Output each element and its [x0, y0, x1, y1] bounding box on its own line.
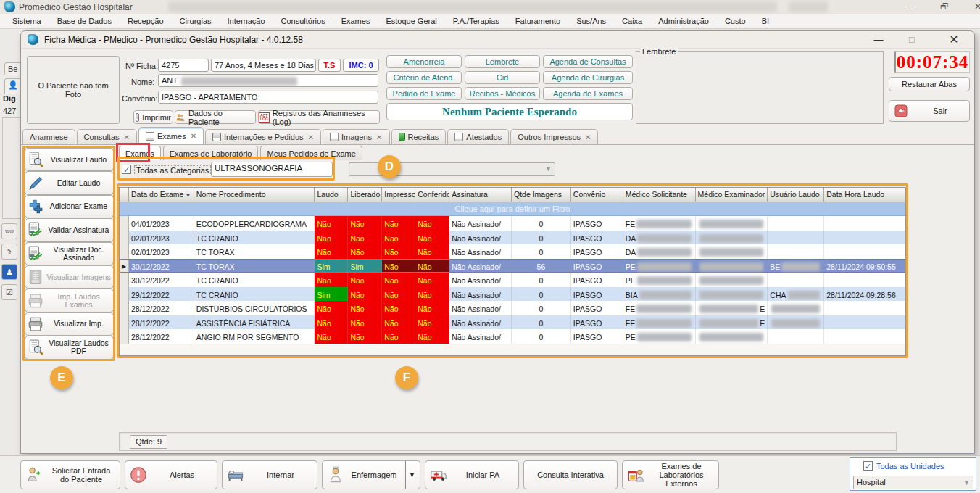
- convenio-field[interactable]: IPASGO - APARTAMENTO: [158, 91, 378, 104]
- nome-field[interactable]: ANT: [158, 74, 378, 87]
- bottom-button-solicitar-entrada-do-paciente[interactable]: Solicitar Entrada do Paciente: [20, 460, 120, 489]
- menu-item-cirurgias[interactable]: Cirurgias: [172, 14, 220, 28]
- dropdown-arrow[interactable]: ▼: [405, 461, 415, 489]
- background-tab-icon[interactable]: 👤: [4, 78, 22, 94]
- menu-item-bi[interactable]: BI: [754, 14, 777, 28]
- menu-item-estoque-geral[interactable]: Estoque Geral: [378, 14, 444, 28]
- sidebar-button-validar-assinatura[interactable]: Validar Assinatura: [25, 218, 114, 241]
- bottom-button-alertas[interactable]: Alertas: [125, 460, 217, 489]
- close-icon[interactable]: ✕: [585, 133, 591, 141]
- menu-item-administra-o[interactable]: Administração: [650, 14, 717, 28]
- table-row[interactable]: 28/12/2022ANGIO RM POR SEGMENTONãoNãoNão…: [120, 329, 905, 344]
- todas-unidades-checkbox[interactable]: [863, 461, 873, 471]
- tab-receitas[interactable]: Receitas: [391, 129, 447, 144]
- tab-anamnese[interactable]: Anamnese: [22, 129, 75, 144]
- tab-outros-impressos[interactable]: Outros Impressos✕: [510, 129, 598, 144]
- close-icon[interactable]: ✕: [308, 133, 314, 141]
- sidebar-button-visualizar-doc-assinado[interactable]: Visualizar Doc. Assinado: [25, 242, 114, 265]
- grid-header-m-dico-solicitante[interactable]: Médico Solicitante: [623, 188, 696, 202]
- close-icon[interactable]: ✕: [191, 132, 196, 140]
- tab-imagens[interactable]: Imagens✕: [323, 129, 390, 144]
- dados-paciente-button[interactable]: Dados do Paciente: [175, 110, 256, 124]
- tab-exames[interactable]: Exames✕: [138, 127, 204, 144]
- menu-item-base-de-dados[interactable]: Base de Dados: [49, 14, 120, 28]
- quick-button-lembrete[interactable]: Lembrete: [465, 55, 540, 68]
- bottom-button-enfermagem[interactable]: Enfermagem▼: [322, 460, 420, 489]
- quick-button-crit-rio-de-atend-[interactable]: Critério de Atend.: [386, 71, 462, 84]
- grid-header-nome-procedimento[interactable]: Nome Procedimento: [194, 188, 315, 202]
- background-glasses-icon[interactable]: 👓: [1, 223, 17, 239]
- menu-item-sus-ans[interactable]: Sus/Ans: [568, 14, 614, 28]
- tab-consultas[interactable]: Consultas✕: [77, 129, 137, 144]
- grid-filter-row[interactable]: Clique aqui para definir um Filtro: [120, 202, 905, 216]
- unidade-select[interactable]: Hospital ▼: [853, 476, 973, 489]
- menu-item-exames[interactable]: Exames: [333, 14, 378, 28]
- table-row[interactable]: 04/01/2023ECODOPPLERCARDIOGRAMANãoNãoNão…: [120, 216, 905, 231]
- grid-header-conferido[interactable]: Conferido: [415, 188, 449, 202]
- menu-item-caixa[interactable]: Caixa: [614, 14, 650, 28]
- menu-item-sistema[interactable]: Sistema: [4, 14, 49, 28]
- sidebar-button-visualizar-imp-[interactable]: Visualizar Imp.: [25, 312, 114, 336]
- background-checklist-icon[interactable]: ☑: [1, 284, 17, 300]
- subtab-exames-de-laborat-rio[interactable]: Exames de Laboratório: [163, 146, 259, 160]
- menu-item-recep-o[interactable]: Recepção: [120, 14, 172, 28]
- sair-button[interactable]: Sair: [889, 100, 970, 122]
- bottom-button-consulta-interativa[interactable]: Consulta Interativa: [523, 460, 618, 489]
- subtab-meus-pedidos-de-exame[interactable]: Meus Pedidos de Exame: [260, 146, 362, 160]
- menu-item-interna-o[interactable]: Internação: [220, 14, 273, 28]
- table-row[interactable]: 30/12/2022TC CRANIONãoNãoNãoNãoNão Assin…: [120, 273, 905, 287]
- grid-header-liberado[interactable]: Liberado: [348, 188, 382, 202]
- table-row[interactable]: 02/01/2023TC TORAXNãoNãoNãoNãoNão Assina…: [120, 244, 905, 259]
- imc-button[interactable]: IMC: 0: [343, 59, 379, 72]
- subtab-exames[interactable]: Exames: [119, 146, 161, 160]
- restaurar-abas-button[interactable]: Restaurar Abas: [889, 77, 970, 91]
- quick-button-recibos-m-dicos[interactable]: Recibos - Médicos: [465, 87, 540, 100]
- grid-header-m-dico-examinador[interactable]: Médico Examinador: [696, 188, 768, 202]
- table-row[interactable]: 29/12/2022TC CRANIOSimNãoNãoNãoNão Assin…: [120, 287, 905, 302]
- sidebar-button-adicionar-exame[interactable]: Adicionar Exame: [25, 195, 114, 218]
- tab-interna-es-e-pedidos[interactable]: Internações e Pedidos✕: [205, 129, 321, 144]
- ficha-field[interactable]: 4275: [158, 59, 209, 72]
- ts-button[interactable]: T.S: [318, 59, 341, 72]
- grid-header-data-hora-laudo[interactable]: Data Hora Laudo: [824, 188, 905, 202]
- menu-item-consult-rios[interactable]: Consultórios: [273, 14, 333, 28]
- close-icon[interactable]: ✕: [376, 133, 382, 141]
- grid-header-qtde-imagens[interactable]: Qtde Imagens: [512, 188, 571, 202]
- grid-header-assinatura[interactable]: Assinatura: [449, 188, 512, 202]
- sidebar-button-editar-laudo[interactable]: Editar Laudo: [25, 171, 114, 194]
- categoria-field[interactable]: ULTRASSONOGRAFIA: [211, 162, 333, 177]
- menu-item-custo[interactable]: Custo: [717, 14, 754, 28]
- window-maximize-button[interactable]: □: [902, 33, 922, 47]
- grid-header-laudo[interactable]: Laudo: [315, 188, 348, 202]
- sidebar-button-visualizar-laudo[interactable]: Visualizar Laudo: [25, 148, 114, 171]
- bottom-button-exames-de-laborat-rios-externos[interactable]: Exames de Laboratórios Externos: [622, 460, 719, 489]
- table-row[interactable]: ▶30/12/2022TC TORAXSimSimNãoNãoNão Assin…: [120, 259, 905, 273]
- menu-item-faturamento[interactable]: Faturamento: [507, 14, 568, 28]
- app-restore-button[interactable]: 🗗: [934, 0, 955, 14]
- bottom-button-iniciar-pa[interactable]: Iniciar PA: [425, 460, 519, 489]
- sidebar-button-visualizar-laudos-pdf[interactable]: Visualizar Laudos PDF: [25, 336, 114, 359]
- background-doctor-icon[interactable]: ⚕: [1, 244, 17, 260]
- window-close-button[interactable]: ✕: [944, 33, 964, 47]
- imprimir-button[interactable]: Imprimir: [133, 110, 173, 124]
- app-minimize-button[interactable]: —: [900, 0, 922, 14]
- grid-header-data-do-exame[interactable]: Data do Exame ▼: [129, 188, 194, 202]
- quick-button-cid[interactable]: Cid: [465, 71, 540, 84]
- bottom-button-internar[interactable]: Internar: [222, 460, 317, 489]
- close-icon[interactable]: ✕: [124, 133, 130, 141]
- table-row[interactable]: 02/01/2023TC CRANIONãoNãoNãoNãoNão Assin…: [120, 231, 905, 245]
- grid-header-conv-nio[interactable]: Convênio: [571, 188, 623, 202]
- quick-button-pedido-de-exame[interactable]: Pedido de Exame: [386, 87, 462, 100]
- app-close-button[interactable]: ✕: [967, 0, 980, 14]
- table-row[interactable]: 28/12/2022ASSISTÊNCIA FISIÁTRICANãoNãoNã…: [120, 315, 905, 330]
- quick-button-amenorreia[interactable]: Amenorreia: [386, 55, 462, 68]
- grid-header-usu-rio-laudo[interactable]: Usuário Laudo: [768, 188, 824, 202]
- grid-header-impresso[interactable]: Impresso: [382, 188, 415, 202]
- todas-categorias-checkbox[interactable]: [122, 165, 131, 174]
- tab-atestados[interactable]: Atestados: [447, 129, 509, 144]
- quick-button-agenda-de-exames[interactable]: Agenda de Exames: [543, 87, 633, 100]
- window-minimize-button[interactable]: —: [868, 33, 889, 47]
- quick-button-agenda-de-consultas[interactable]: Agenda de Consultas: [543, 55, 633, 68]
- quick-button-agenda-de-cirurgias[interactable]: Agenda de Cirurgias: [543, 71, 633, 84]
- table-row[interactable]: 28/12/2022DISTÚRBIOS CIRCULATÓRIOSNãoNão…: [120, 301, 905, 315]
